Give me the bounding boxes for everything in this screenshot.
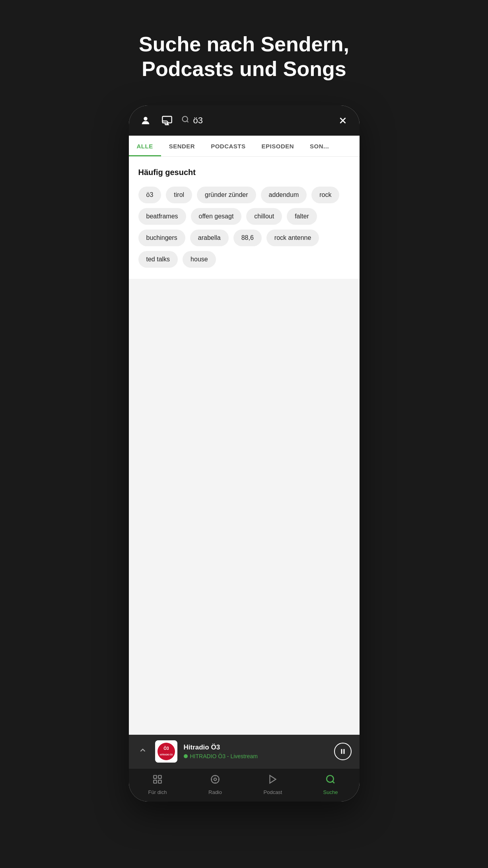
tab-podcasts[interactable]: PODCASTS <box>203 136 253 156</box>
svg-point-18 <box>214 778 217 781</box>
player-info: Hitradio Ö3 HITRADIO Ö3 - Livestream <box>184 743 328 759</box>
svg-text:Ö3: Ö3 <box>163 746 169 751</box>
tag-chip[interactable]: falter <box>287 208 317 225</box>
tag-chip[interactable]: ted talks <box>138 251 178 268</box>
tab-episoden[interactable]: EPISODEN <box>254 136 302 156</box>
svg-rect-13 <box>154 775 157 778</box>
profile-button[interactable] <box>138 113 153 128</box>
pause-button[interactable] <box>334 743 352 760</box>
svg-marker-23 <box>270 775 276 783</box>
clear-search-button[interactable] <box>336 113 350 128</box>
suche-icon <box>325 774 336 787</box>
svg-point-8 <box>157 743 175 760</box>
bottom-nav: Für dich Radio Podcast <box>129 768 360 802</box>
svg-point-24 <box>327 775 333 782</box>
phone-mockup: ö3 ALLE SENDER PODCASTS EPISODEN SON... … <box>129 105 360 802</box>
tag-chip[interactable]: offen gesagt <box>191 208 242 225</box>
svg-point-0 <box>144 117 147 120</box>
main-content: Häufig gesucht ö3tirolgründer zünderadde… <box>129 157 360 735</box>
tag-chip[interactable]: rock antenne <box>266 230 319 246</box>
tab-songs[interactable]: SON... <box>302 136 337 156</box>
page-header: Suche nach Sendern, Podcasts und Songs <box>123 0 365 105</box>
svg-text:HITRADIO Ö3: HITRADIO Ö3 <box>159 753 172 756</box>
tag-chip[interactable]: 88,6 <box>233 230 262 246</box>
nav-radio-label: Radio <box>208 789 222 795</box>
nav-podcast-label: Podcast <box>264 789 282 795</box>
tab-alle[interactable]: ALLE <box>129 136 161 156</box>
svg-point-2 <box>182 117 187 122</box>
svg-rect-1 <box>162 116 171 123</box>
frequent-section: Häufig gesucht ö3tirolgründer zünderadde… <box>129 157 360 279</box>
page-title: Suche nach Sendern, Podcasts und Songs <box>139 32 349 82</box>
podcast-icon <box>268 774 278 787</box>
nav-suche-label: Suche <box>323 789 338 795</box>
svg-point-17 <box>211 775 219 783</box>
nav-fuer-dich-label: Für dich <box>148 789 167 795</box>
radio-icon <box>210 774 220 787</box>
live-indicator <box>184 754 188 758</box>
search-query-text: ö3 <box>193 115 203 126</box>
nav-podcast[interactable]: Podcast <box>244 769 302 802</box>
tag-chip[interactable]: ö3 <box>138 187 161 203</box>
svg-line-3 <box>187 121 188 123</box>
empty-content-area <box>129 279 360 438</box>
mini-player: Ö3 HITRADIO Ö3 Hitradio Ö3 HITRADIO Ö3 -… <box>129 735 360 768</box>
section-title: Häufig gesucht <box>138 168 350 177</box>
tag-chip[interactable]: chillout <box>246 208 282 225</box>
tag-chip[interactable]: beatframes <box>138 208 186 225</box>
tag-chip[interactable]: house <box>183 251 216 268</box>
svg-rect-11 <box>341 749 342 754</box>
station-logo: Ö3 HITRADIO Ö3 <box>155 740 177 763</box>
svg-rect-16 <box>158 780 161 783</box>
tag-chip[interactable]: addendum <box>261 187 307 203</box>
search-bar[interactable]: ö3 <box>181 115 329 126</box>
search-icon <box>181 115 189 125</box>
player-stream-label: HITRADIO Ö3 - Livestream <box>184 753 328 759</box>
tag-chip[interactable]: buchingers <box>138 230 185 246</box>
player-station-name: Hitradio Ö3 <box>184 743 328 751</box>
tag-chip[interactable]: arabella <box>190 230 229 246</box>
tags-container: ö3tirolgründer zünderaddendumrockbeatfra… <box>138 187 350 268</box>
svg-rect-14 <box>158 775 161 778</box>
svg-rect-12 <box>343 749 344 754</box>
tag-chip[interactable]: rock <box>311 187 339 203</box>
cast-button[interactable] <box>160 113 174 128</box>
tag-chip[interactable]: tirol <box>166 187 192 203</box>
fuer-dich-icon <box>152 774 163 787</box>
expand-player-button[interactable] <box>137 744 149 759</box>
tab-sender[interactable]: SENDER <box>161 136 203 156</box>
filter-tabs: ALLE SENDER PODCASTS EPISODEN SON... <box>129 136 360 157</box>
app-header: ö3 <box>129 105 360 136</box>
tag-chip[interactable]: gründer zünder <box>197 187 256 203</box>
svg-line-25 <box>332 781 334 783</box>
svg-rect-15 <box>154 780 157 783</box>
nav-radio[interactable]: Radio <box>187 769 244 802</box>
nav-suche[interactable]: Suche <box>302 769 360 802</box>
nav-fuer-dich[interactable]: Für dich <box>129 769 187 802</box>
